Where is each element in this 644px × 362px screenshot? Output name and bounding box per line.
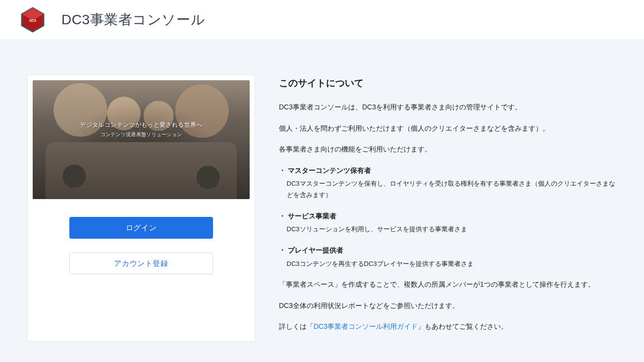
login-button[interactable]: ログイン (69, 217, 213, 239)
logo-hex-icon: DC3 (20, 7, 46, 33)
app-title: DC3事業者コンソール (61, 10, 205, 29)
about-section: このサイトについて DC3事業者コンソールは、DC3を利用する事業者さま向けの管… (279, 75, 619, 342)
role-item: プレイヤー提供者 DC3コンテンツを再生するDC3プレイヤーを提供する事業者さま (279, 244, 619, 269)
logo-text: DC3 (29, 19, 36, 22)
register-button[interactable]: アカウント登録 (69, 253, 213, 274)
about-title: このサイトについて (279, 75, 619, 91)
guide-post: 」もあわせてご覧ください。 (418, 322, 508, 330)
hero-image: デジタルコンテンツがもっと愛される世界へ コンテンツ流通基盤ソリューション DC… (33, 80, 250, 199)
about-p1: DC3事業者コンソールは、DC3を利用する事業者さま向けの管理サイトです。 (279, 101, 619, 113)
guide-pre: 詳しくは「 (279, 322, 314, 330)
page-body: デジタルコンテンツがもっと愛される世界へ コンテンツ流通基盤ソリューション DC… (0, 40, 644, 362)
login-card: デジタルコンテンツがもっと愛される世界へ コンテンツ流通基盤ソリューション DC… (27, 75, 255, 342)
about-p5: DC3全体の利用状況レポートなどをご参照いただけます。 (279, 300, 619, 312)
about-p3: 各事業者さま向けの機能をご利用いただけます。 (279, 143, 619, 155)
hero-overlay: デジタルコンテンツがもっと愛される世界へ コンテンツ流通基盤ソリューション DC… (33, 121, 250, 170)
role-item: マスターコンテンツ保有者 DC3マスターコンテンツを保有し、ロイヤリティを受け取… (279, 164, 619, 201)
guide-link[interactable]: DC3事業者コンソール利用ガイド (314, 322, 418, 330)
role-desc: DC3ソリューションを利用し、サービスを提供する事業者さま (279, 224, 619, 235)
about-p4: 「事業者スペース」を作成することで、複数人の所属メンバーが1つの事業者として操作… (279, 278, 619, 291)
role-desc: DC3コンテンツを再生するDC3プレイヤーを提供する事業者さま (279, 259, 619, 270)
hero-logo-text: DC3 (33, 143, 250, 170)
role-item: サービス事業者 DC3ソリューションを利用し、サービスを提供する事業者さま (279, 210, 619, 235)
page-header: DC3 DC3事業者コンソール (0, 0, 644, 40)
role-title: サービス事業者 (279, 210, 619, 222)
about-guide: 詳しくは「DC3事業者コンソール利用ガイド」もあわせてご覧ください。 (279, 320, 619, 333)
role-title: マスターコンテンツ保有者 (279, 164, 619, 177)
hero-tagline: デジタルコンテンツがもっと愛される世界へ (33, 121, 250, 129)
card-actions: ログイン アカウント登録 (33, 199, 250, 274)
role-list: マスターコンテンツ保有者 DC3マスターコンテンツを保有し、ロイヤリティを受け取… (279, 164, 619, 270)
role-desc: DC3マスターコンテンツを保有し、ロイヤリティを受け取る権利を有する事業者さま（… (279, 178, 619, 201)
role-title: プレイヤー提供者 (279, 244, 619, 257)
hero-subtag: コンテンツ流通基盤ソリューション (33, 131, 250, 138)
brand: DC3 DC3事業者コンソール (20, 7, 205, 33)
about-p2: 個人・法人を問わずご利用いただけます（個人のクリエイターさまなどを含みます）。 (279, 122, 619, 135)
